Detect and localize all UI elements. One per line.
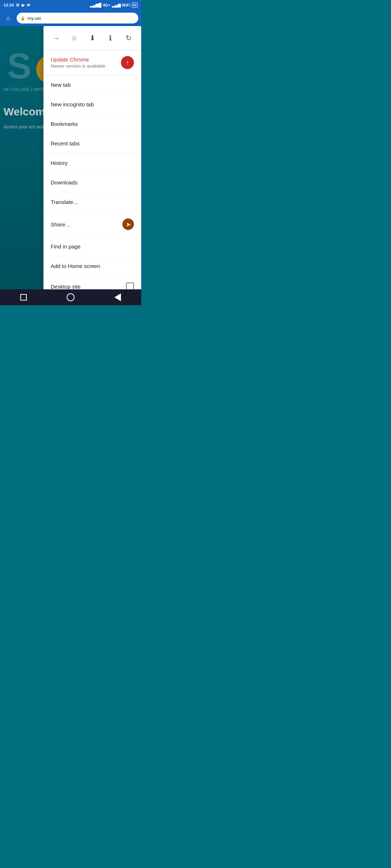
star-icon: ☆ (71, 34, 77, 42)
recent-tabs-label: Recent tabs (51, 140, 80, 146)
email-icon: ✉ (27, 3, 30, 8)
info-icon: ℹ (109, 34, 112, 42)
bottom-nav-bar (0, 289, 141, 305)
signal2-icon: ▂▄▆ (112, 3, 121, 8)
new-tab-label: New tab (51, 82, 71, 88)
menu-item-share[interactable]: Share… ➤ (43, 212, 141, 237)
back-icon (114, 293, 121, 301)
stop-button[interactable] (14, 289, 33, 305)
menu-item-new-tab[interactable]: New tab (43, 75, 141, 95)
home-nav-button[interactable] (62, 289, 80, 305)
network-type: 4G+ (103, 3, 110, 7)
battery-icon: 92 (132, 3, 138, 8)
signal-icon: ▂▄▆█ (90, 3, 101, 8)
refresh-icon: ↻ (126, 34, 132, 42)
share-right: ➤ (122, 218, 134, 230)
forward-button[interactable]: → (49, 31, 63, 45)
menu-item-downloads[interactable]: Downloads (43, 173, 141, 192)
update-chrome-subtitle: Newer version is available (51, 63, 105, 69)
share-arrow-icon: ➤ (126, 221, 131, 228)
download-button[interactable]: ⬇ (85, 31, 99, 45)
forward-icon: → (52, 34, 60, 42)
update-chrome-title: Update Chrome (51, 56, 105, 63)
add-home-screen-label: Add to Home screen (51, 263, 100, 269)
update-arrow-icon: ↑ (126, 59, 129, 67)
menu-item-incognito[interactable]: New incognito tab (43, 95, 141, 114)
dropdown-menu: → ☆ ⬇ ℹ ↻ Update Chrome Newer version is… (43, 26, 141, 305)
downloads-label: Downloads (51, 179, 77, 186)
status-left: 13:24 ⚙ ▶ ✉ (4, 3, 30, 8)
status-bar: 13:24 ⚙ ▶ ✉ ▂▄▆█ 4G+ ▂▄▆ WiFi 92 (0, 0, 141, 10)
share-label: Share… (51, 221, 71, 227)
back-button[interactable] (109, 289, 127, 305)
home-button[interactable]: ⌂ (3, 14, 14, 22)
incognito-label: New incognito tab (51, 101, 94, 107)
home-nav-icon (67, 293, 75, 301)
stop-icon (20, 294, 27, 301)
translate-label: Translate… (51, 199, 79, 205)
youtube-icon: ▶ (22, 3, 25, 8)
update-chrome-item[interactable]: Update Chrome Newer version is available… (43, 50, 141, 75)
share-icon: ➤ (122, 218, 134, 230)
menu-item-history[interactable]: History (43, 153, 141, 173)
menu-item-translate[interactable]: Translate… (43, 192, 141, 212)
update-badge: ↑ (121, 56, 134, 69)
lock-icon: 🔒 (20, 16, 25, 21)
browser-toolbar: ⌂ 🔒 my.uei (0, 10, 141, 26)
status-time: 13:24 (4, 3, 14, 7)
refresh-button[interactable]: ↻ (122, 31, 135, 45)
url-text: my.uei (28, 16, 41, 21)
status-right: ▂▄▆█ 4G+ ▂▄▆ WiFi 92 (90, 3, 138, 8)
battery-level: 92 (133, 3, 136, 7)
menu-item-add-home-screen[interactable]: Add to Home screen (43, 256, 141, 276)
download-icon: ⬇ (89, 34, 96, 42)
menu-item-find-in-page[interactable]: Find in page (43, 237, 141, 256)
desktop-site-label: Desktop site (51, 284, 81, 290)
bookmark-button[interactable]: ☆ (67, 31, 81, 45)
wifi-icon: WiFi (122, 3, 130, 7)
menu-item-bookmarks[interactable]: Bookmarks (43, 114, 141, 134)
home-icon: ⌂ (7, 14, 10, 22)
url-bar[interactable]: 🔒 my.uei (17, 13, 138, 24)
update-chrome-text: Update Chrome Newer version is available (51, 56, 105, 69)
history-label: History (51, 160, 68, 166)
info-button[interactable]: ℹ (104, 31, 117, 45)
bookmarks-label: Bookmarks (51, 121, 78, 127)
settings-icon: ⚙ (16, 3, 20, 8)
find-in-page-label: Find in page (51, 243, 81, 250)
menu-item-recent-tabs[interactable]: Recent tabs (43, 134, 141, 153)
menu-toolbar-row: → ☆ ⬇ ℹ ↻ (43, 26, 141, 50)
